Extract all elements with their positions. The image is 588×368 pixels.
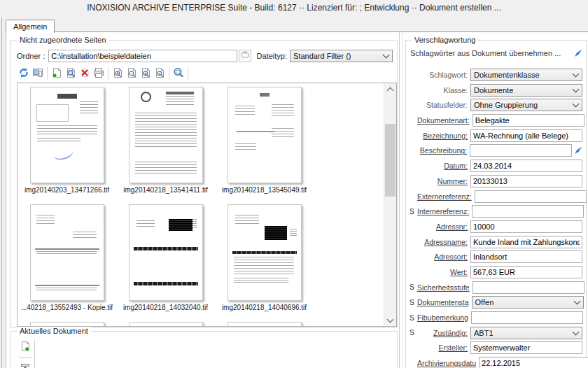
field-label[interactable]: Adressnr:	[417, 222, 468, 231]
thumbnail-page[interactable]	[129, 204, 203, 301]
scrollbar-thumb[interactable]	[385, 124, 396, 197]
field-input[interactable]	[479, 357, 588, 368]
thumbnail-partial	[216, 322, 313, 327]
field-input[interactable]	[471, 311, 583, 324]
field-dropdown[interactable]: Dokumente	[470, 84, 582, 97]
thumbnail-page[interactable]	[129, 87, 203, 183]
form-row: Adressnr:	[409, 220, 582, 233]
thumbnail-cell[interactable]: img20140218_14032040.tif	[118, 204, 214, 322]
zoom-page-icon	[126, 67, 137, 80]
refresh-button[interactable]	[17, 66, 31, 80]
browse-folder-button[interactable]	[239, 50, 251, 62]
field-label[interactable]: Dokumentensta	[417, 298, 469, 306]
field-input[interactable]	[470, 160, 582, 172]
import-icon	[20, 362, 31, 368]
field-label[interactable]: Externereferenz:	[417, 192, 472, 201]
field-label[interactable]: Zuständig:	[417, 329, 468, 337]
zoom-page-a-icon: A	[112, 67, 123, 80]
thumbnail-page[interactable]	[30, 87, 104, 183]
thumbnail-filename: img20140218_14032040.tif	[123, 304, 208, 311]
thumbnail-cell[interactable]: img20140218_13541411.tif	[118, 87, 214, 204]
delete-page-button[interactable]	[78, 66, 92, 80]
zoom-page-plus-button[interactable]: ±	[139, 66, 153, 80]
delete-icon	[79, 67, 90, 80]
field-input[interactable]	[470, 341, 582, 354]
vertical-scrollbar[interactable]	[384, 83, 396, 326]
import-page-button[interactable]	[18, 362, 32, 368]
field-dropdown[interactable]: Dokumentenklasse	[470, 69, 582, 81]
current-document-group-title: Aktuelles Dokument	[17, 327, 91, 335]
field-input[interactable]	[470, 266, 582, 278]
field-input[interactable]	[472, 281, 584, 294]
field-input[interactable]	[470, 144, 572, 157]
tab-allgemein[interactable]: Allgemein	[6, 20, 55, 33]
field-dropdown[interactable]: Offen	[472, 296, 584, 309]
doc-decoration	[169, 219, 192, 231]
briefcase-icon	[240, 50, 250, 62]
field-input[interactable]	[470, 129, 582, 142]
thumbnail-page[interactable]	[30, 204, 104, 301]
new-page-button[interactable]	[50, 66, 64, 80]
screen-preview-button[interactable]	[31, 66, 45, 80]
status-field-marker: S	[409, 299, 417, 306]
field-label[interactable]: Internereferenz:	[417, 207, 469, 215]
thumbnail-cell[interactable]: img20140203_13471266.tif	[19, 87, 115, 204]
field-input[interactable]	[470, 175, 582, 187]
thumbnail-page[interactable]	[227, 204, 302, 301]
field-input[interactable]	[472, 114, 584, 127]
form-row: Ersteller:	[409, 341, 582, 354]
field-input[interactable]	[472, 205, 584, 218]
field-label[interactable]: Dokumentenart:	[417, 116, 470, 125]
tab-content: Nicht zugeordnete Seiten Ordner : Dateit…	[6, 31, 588, 368]
field-label[interactable]: Ersteller:	[417, 344, 468, 352]
field-label[interactable]: Bezeichnung:	[417, 132, 468, 140]
field-input[interactable]	[470, 220, 582, 233]
filetype-dropdown[interactable]: Standard Filter ()	[290, 50, 393, 62]
zoom-page-button[interactable]	[125, 66, 139, 80]
scroll-down-button[interactable]	[384, 314, 396, 326]
status-field-marker: S	[409, 208, 417, 215]
zoom-page-x-button[interactable]: x	[153, 66, 167, 80]
field-dropdown[interactable]: Ohne Gruppierung	[470, 99, 582, 111]
thumbnail-page[interactable]	[227, 87, 302, 183]
print-button[interactable]	[92, 66, 106, 80]
field-label[interactable]: Archivierungsdatu	[417, 359, 476, 367]
pen-icon[interactable]	[573, 49, 582, 58]
doc-decoration	[265, 226, 287, 240]
print-icon	[93, 67, 104, 80]
tab-label: Allgemein	[13, 22, 47, 31]
field-input[interactable]	[470, 250, 582, 263]
form-rows: Schlagwort:DokumentenklasseKlasse:Dokume…	[409, 69, 582, 368]
thumbnail-filename: ...40218_13552493 - Kopie.tif	[21, 304, 113, 311]
preview-page-button[interactable]	[64, 66, 78, 80]
field-label[interactable]: Fibubemerkung	[417, 313, 468, 322]
thumbnail-cell[interactable]: ...40218_13552493 - Kopie.tif	[19, 204, 115, 322]
field-input[interactable]	[470, 236, 582, 248]
field-dropdown[interactable]: ABT1	[470, 327, 582, 339]
takeover-keywords-link[interactable]: Schlagwörter aus Dokument übernehmen ...	[410, 49, 573, 57]
field-label[interactable]: Wert:	[417, 268, 468, 276]
field-input[interactable]	[475, 190, 587, 203]
status-field-marker: S	[409, 314, 417, 322]
keywording-group-title: Verschlagwortung	[412, 36, 478, 44]
field-label[interactable]: Datum:	[417, 162, 468, 170]
field-label: Statusfelder:	[417, 101, 468, 109]
field-label[interactable]: Adressort:	[417, 253, 468, 261]
magnifier-button[interactable]	[172, 66, 186, 80]
field-label[interactable]: Beschreibung:	[417, 146, 467, 155]
app-window: INOXISION ARCHIVE ENTERPRISE Suite - Bui…	[0, 0, 588, 368]
thumbnail-filename: img20140218_13541411.tif	[123, 186, 207, 194]
new-document-button[interactable]	[18, 340, 32, 354]
folder-path-input[interactable]	[48, 50, 237, 62]
pen-icon[interactable]	[573, 146, 582, 155]
thumbnail-cell[interactable]: img20140218_14040696.tif	[216, 204, 313, 322]
signature-decoration	[52, 146, 74, 162]
panel-splitter[interactable]	[399, 32, 400, 368]
field-label[interactable]: Nummer:	[417, 177, 468, 185]
field-label[interactable]: Adressname:	[417, 238, 468, 246]
zoom-page-a-button[interactable]: A	[111, 66, 125, 80]
field-label[interactable]: Sicherheitsstufe	[417, 283, 470, 292]
chevron-down-icon	[573, 71, 580, 78]
thumbnail-cell[interactable]: img20140218_13545049.tif	[216, 87, 313, 204]
scroll-up-button[interactable]	[384, 83, 396, 95]
